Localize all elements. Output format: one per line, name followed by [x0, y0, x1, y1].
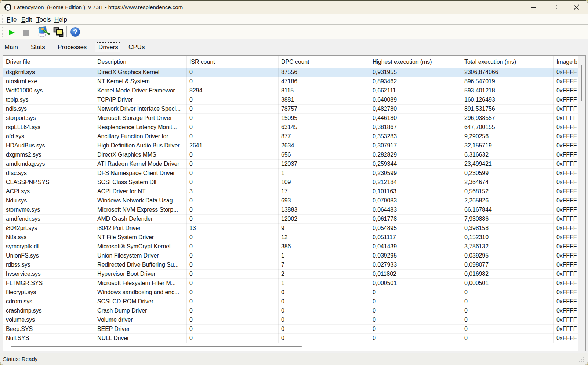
svg-text:?: ?: [73, 28, 77, 36]
